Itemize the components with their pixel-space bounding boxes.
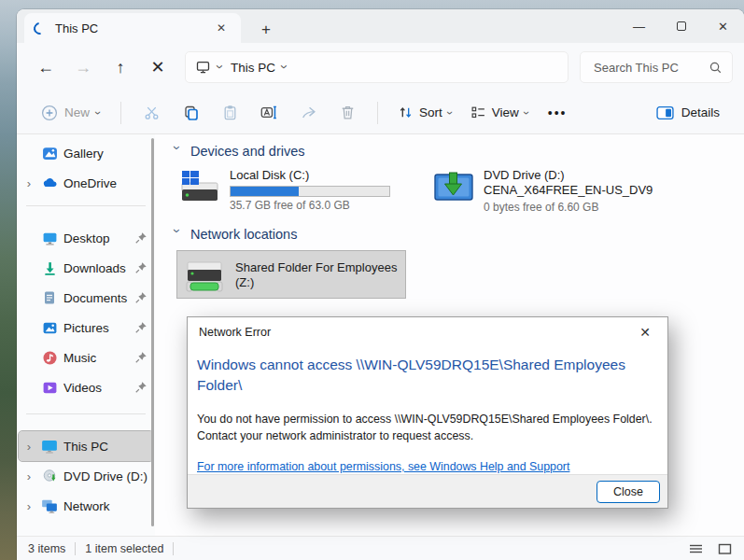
network-icon [41,497,58,514]
help-support-link[interactable]: For more information about permissions, … [197,460,569,473]
desktop-icon [41,230,58,246]
sidebar-item-downloads[interactable]: Downloads [19,253,153,283]
sidebar-item-this-pc[interactable]: › This PC [19,431,153,461]
section-devices-and-drives[interactable]: › Devices and drives [172,144,744,159]
cut-button[interactable] [133,97,170,129]
pin-icon [134,381,147,394]
pin-icon [134,321,147,334]
close-button[interactable]: ✕ [702,9,744,43]
dialog-title-bar[interactable]: Network Error ✕ [188,317,667,347]
copy-button[interactable] [172,97,209,129]
tile-local-disk-c[interactable]: Local Disk (C:) 35.7 GB free of 63.0 GB [177,168,407,214]
item-count: 3 items [28,542,65,555]
onedrive-icon [41,175,58,191]
new-tab-button[interactable]: + [254,21,278,39]
sidebar-item-gallery[interactable]: Gallery [19,138,153,168]
rename-button[interactable] [250,97,288,129]
details-pane-icon [656,105,674,120]
disk-usage-bar [230,186,390,197]
chevron-down-icon: › [520,111,533,115]
back-button[interactable]: ← [30,51,62,83]
new-button[interactable]: New › [32,99,109,127]
dvd-drive-icon [41,468,58,484]
network-share-name: Shared Folder For Employees (Z:) [235,260,400,291]
forward-button[interactable]: → [67,51,99,83]
stop-refresh-button[interactable]: ✕ [142,51,174,83]
details-pane-button[interactable]: Details [647,100,729,126]
volume-label: CENA_X64FREE_EN-US_DV9 [484,183,663,198]
drive-name: DVD Drive (D:) [484,168,663,183]
search-box[interactable]: Search This PC [580,51,733,83]
window-controls: — ✕ [618,9,744,43]
delete-button[interactable] [329,97,366,129]
view-button[interactable]: View › [462,99,537,126]
sidebar-item-pictures[interactable]: Pictures [19,313,153,343]
toolbar-divider [120,102,121,124]
tab-this-pc[interactable]: This PC ✕ [24,13,241,43]
gallery-icon [41,145,58,161]
new-button-label: New [64,105,90,119]
maximize-button[interactable] [660,9,702,43]
plus-circle-icon [41,105,58,121]
sort-button[interactable]: Sort › [389,99,460,126]
expand-chevron-icon[interactable]: › [22,440,35,454]
sidebar-item-dvd-drive[interactable]: › DVD Drive (D:) C [19,461,153,491]
dialog-title: Network Error [199,326,634,339]
dialog-close-icon[interactable]: ✕ [634,323,656,342]
share-icon [301,105,316,120]
tab-close-icon[interactable]: ✕ [211,20,232,36]
chevron-down-icon: › [91,111,105,115]
navigation-bar: ← → ↑ ✕ › This PC › Search This PC [17,43,744,91]
videos-icon [41,379,58,396]
loading-spinner-icon [31,20,48,36]
breadcrumb-chevron-icon: › [213,64,229,69]
tab-title: This PC [55,21,202,35]
tile-dvd-drive-d[interactable]: DVD Drive (D:) CENA_X64FREE_EN-US_DV9 0 … [433,168,663,214]
share-button[interactable] [289,97,327,129]
section-network-locations[interactable]: › Network locations [172,227,744,242]
tab-bar: This PC ✕ + — ✕ [17,9,744,43]
sidebar-item-network[interactable]: › Network [19,491,153,521]
dialog-close-button[interactable]: Close [597,481,660,503]
dialog-message: You do not have permission to access \\W… [197,412,658,445]
address-bar[interactable]: › This PC › [185,51,569,83]
toolbar-divider [377,102,378,124]
minimize-button[interactable]: — [618,9,660,43]
sidebar-item-music[interactable]: Music [19,343,153,372]
dvd-drive-large-icon [433,170,474,203]
details-view-toggle-icon[interactable] [688,541,704,556]
up-button[interactable]: ↑ [105,51,136,83]
sort-icon [398,105,414,120]
network-error-dialog: Network Error ✕ Windows cannot access \\… [187,316,668,509]
expand-chevron-icon[interactable]: › [22,499,35,513]
large-icons-view-toggle-icon[interactable] [717,541,733,556]
sidebar-item-videos[interactable]: Videos [19,372,153,402]
downloads-icon [41,259,58,276]
collapse-chevron-icon[interactable]: › [170,229,185,240]
selected-count: 1 item selected [85,542,163,555]
pin-icon [134,231,147,245]
view-toggles [688,541,733,556]
sidebar-item-desktop[interactable]: Desktop [19,223,153,253]
sidebar-scrollbar[interactable] [151,138,154,526]
expand-chevron-icon[interactable]: › [22,176,35,190]
status-divider [75,542,76,555]
search-placeholder: Search This PC [594,61,703,75]
disk-usage-fill [231,187,299,196]
pin-icon [134,351,147,364]
paste-button[interactable] [211,97,248,129]
sidebar-item-documents[interactable]: Documents [19,283,153,313]
expand-chevron-icon[interactable]: › [22,469,35,483]
sidebar-item-onedrive[interactable]: › OneDrive [19,168,153,198]
see-more-button[interactable]: ••• [539,105,577,120]
chevron-down-icon: › [443,111,456,115]
breadcrumb-this-pc[interactable]: This PC [231,61,275,75]
breadcrumb-chevron-icon[interactable]: › [277,64,293,69]
cut-icon [144,105,160,120]
music-icon [41,349,58,366]
tile-shared-folder-z[interactable]: Shared Folder For Employees (Z:) [177,251,405,298]
dialog-heading: Windows cannot access \\WIN-QLV59DRQ15E\… [197,355,636,397]
collapse-chevron-icon[interactable]: › [170,146,185,157]
sidebar-separator [26,413,146,414]
documents-icon [41,289,58,306]
